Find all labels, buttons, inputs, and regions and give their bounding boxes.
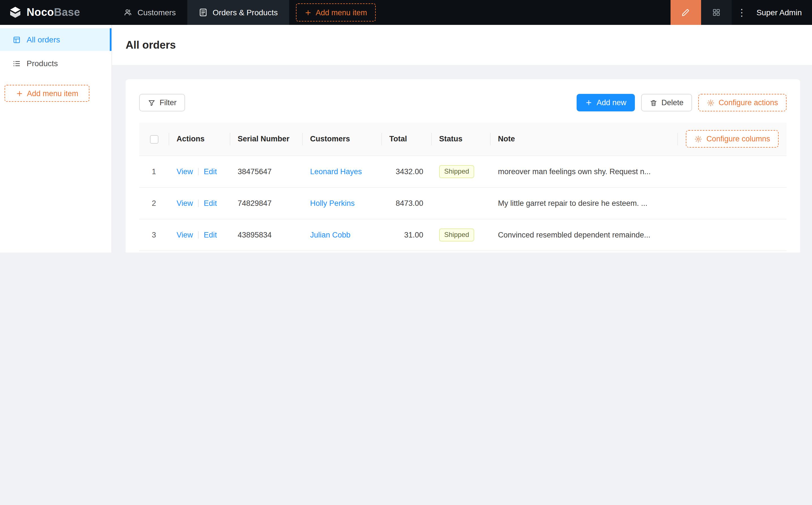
- table-row: 1 ViewEdit 38475647 Leonard Hayes 3432.0…: [139, 156, 787, 187]
- app-root: NocoBase Customers Orders & Products Add…: [0, 0, 812, 252]
- table-row: 4 ViewEdit 75638347 Yvette Gross 874.00 …: [139, 250, 787, 252]
- logo-text: NocoBase: [27, 6, 80, 19]
- total-cell: 31.00: [381, 219, 431, 250]
- filter-button[interactable]: Filter: [139, 94, 185, 112]
- top-nav: Customers Orders & Products Add menu ite…: [112, 0, 376, 25]
- note-cell: moreover man feelings own shy. Request n…: [490, 156, 787, 187]
- col-header-total: Total: [381, 123, 431, 156]
- top-bar-right: ⋮ Super Admin: [671, 0, 812, 25]
- configure-columns-button[interactable]: Configure columns: [686, 130, 779, 148]
- row-actions: ViewEdit: [169, 219, 230, 250]
- row-actions: ViewEdit: [169, 250, 230, 252]
- page-content: Filter Add new: [112, 65, 812, 252]
- orders-table-icon: [12, 35, 21, 44]
- note-cell: Delightful met sufficient projection ask…: [490, 250, 787, 252]
- view-link[interactable]: View: [176, 167, 193, 176]
- plus-icon: [304, 9, 312, 16]
- col-header-customers: Customers: [302, 123, 381, 156]
- row-actions: ViewEdit: [169, 156, 230, 187]
- total-cell: 8473.00: [381, 187, 431, 219]
- logo-secondary: Base: [54, 6, 80, 18]
- more-menu-button[interactable]: ⋮: [732, 0, 752, 25]
- row-index: 2: [139, 187, 169, 219]
- status-cell: Shipped: [431, 219, 490, 250]
- add-menu-item-label: Add menu item: [27, 89, 79, 98]
- actions-divider: [198, 168, 198, 175]
- actions-divider: [198, 231, 198, 238]
- highlighter-pen-icon: [681, 8, 691, 17]
- edit-link[interactable]: Edit: [204, 199, 217, 207]
- configure-columns-label: Configure columns: [706, 135, 770, 143]
- configure-columns-area: Configure columns: [678, 130, 779, 148]
- add-new-button[interactable]: Add new: [577, 94, 635, 112]
- table-row: 3 ViewEdit 43895834 Julian Cobb 31.00 Sh…: [139, 219, 787, 250]
- row-index: 1: [139, 156, 169, 187]
- trash-icon: [650, 99, 658, 107]
- page-header: All orders: [112, 25, 812, 65]
- page-title: All orders: [126, 39, 176, 51]
- table-toolbar: Filter Add new: [139, 94, 787, 112]
- total-cell: 874.00: [381, 250, 431, 252]
- gear-icon: [695, 135, 702, 143]
- main-area: All orders Filter: [112, 25, 812, 252]
- filter-label: Filter: [160, 99, 176, 107]
- sidebar-item-label: All orders: [27, 35, 60, 44]
- vertical-ellipsis-icon: ⋮: [737, 6, 747, 18]
- add-new-label: Add new: [597, 99, 627, 107]
- col-header-actions: Actions: [169, 123, 230, 156]
- view-link[interactable]: View: [176, 199, 193, 207]
- configure-actions-label: Configure actions: [719, 99, 778, 107]
- top-bar: NocoBase Customers Orders & Products Add…: [0, 0, 812, 25]
- customers-icon: [123, 8, 132, 17]
- delete-label: Delete: [662, 99, 684, 107]
- sidebar-item-products[interactable]: Products: [0, 52, 112, 74]
- nav-item-label: Customers: [137, 8, 176, 17]
- actions-divider: [198, 199, 198, 207]
- edit-link[interactable]: Edit: [204, 230, 217, 239]
- plus-icon: [16, 90, 23, 97]
- sidebar-item-all-orders[interactable]: All orders: [0, 28, 112, 51]
- add-menu-item-button-sidebar[interactable]: Add menu item: [5, 85, 90, 102]
- gear-icon: [707, 99, 715, 107]
- orders-table-card: Filter Add new: [126, 79, 800, 252]
- nocobase-logo-icon: [8, 6, 22, 19]
- select-all-checkbox[interactable]: [150, 135, 158, 143]
- filter-funnel-icon: [148, 99, 156, 107]
- list-icon: [12, 59, 21, 67]
- view-link[interactable]: View: [176, 230, 193, 239]
- add-menu-item-button-top[interactable]: Add menu item: [296, 3, 376, 21]
- header-separator: [678, 133, 678, 145]
- sidebar-item-label: Products: [27, 59, 58, 68]
- sidebar: All orders Products Add menu item: [0, 25, 112, 252]
- add-menu-item-label: Add menu item: [316, 8, 367, 17]
- status-cell: Shipped: [431, 156, 490, 187]
- status-badge: Shipped: [439, 228, 474, 241]
- nav-item-orders-products[interactable]: Orders & Products: [187, 0, 289, 25]
- logo-primary: Noco: [27, 6, 54, 18]
- col-header-serial-number: Serial Number: [230, 123, 302, 156]
- user-menu[interactable]: Super Admin: [752, 0, 812, 25]
- logo[interactable]: NocoBase: [0, 0, 112, 25]
- note-cell: My little garret repair to desire he est…: [490, 187, 787, 219]
- configure-actions-button[interactable]: Configure actions: [698, 94, 787, 112]
- table-row: 2 ViewEdit 74829847 Holly Perkins 8473.0…: [139, 187, 787, 219]
- status-badge: Shipped: [439, 165, 474, 178]
- customer-link[interactable]: Leonard Hayes: [310, 167, 362, 176]
- toolbar-right: Add new Delete: [577, 94, 787, 112]
- nav-item-customers[interactable]: Customers: [112, 0, 187, 25]
- total-cell: 3432.00: [381, 156, 431, 187]
- edit-link[interactable]: Edit: [204, 167, 217, 176]
- row-index: 4: [139, 250, 169, 252]
- serial-cell: 75638347: [230, 250, 302, 252]
- user-name: Super Admin: [757, 8, 802, 17]
- delete-button[interactable]: Delete: [641, 94, 692, 112]
- ui-editor-button[interactable]: [671, 0, 701, 25]
- orders-table: Actions Serial Number Customers Total St…: [139, 123, 787, 252]
- plugins-button[interactable]: [701, 0, 732, 25]
- customer-link[interactable]: Holly Perkins: [310, 199, 355, 207]
- customer-link[interactable]: Julian Cobb: [310, 230, 351, 239]
- status-cell: [431, 187, 490, 219]
- serial-cell: 43895834: [230, 219, 302, 250]
- customer-cell: Holly Perkins: [302, 187, 381, 219]
- col-header-status: Status: [431, 123, 490, 156]
